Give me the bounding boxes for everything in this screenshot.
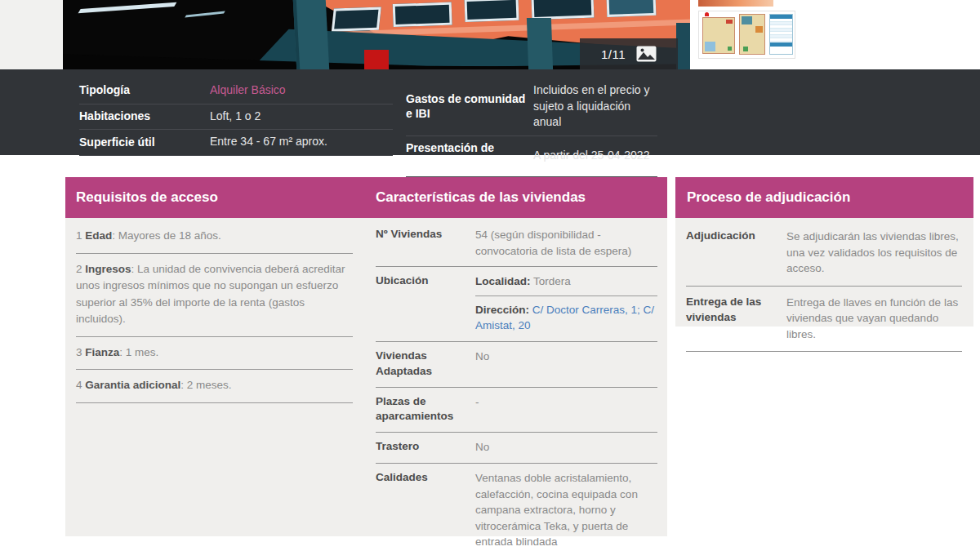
attribute-label: Habitaciones xyxy=(79,109,210,124)
window-reflection-shape xyxy=(185,11,225,17)
requisito-item: 3 Fianza: 1 mes. xyxy=(76,337,353,371)
gallery-thumbnails xyxy=(690,0,980,69)
table-row: Nº Viviendas 54 (según disponibilidad - … xyxy=(376,218,657,267)
requisito-item: 2 Ingresos: La unidad de convivencia deb… xyxy=(76,254,353,337)
card-body: 1 Edad: Mayores de 18 años. 2 Ingresos: … xyxy=(65,218,667,536)
summary-table-right: Gastos de comunidad e IBI Incluidos en e… xyxy=(406,78,657,177)
table-row: Adjudicación Se adjudicarán las vivienda… xyxy=(686,218,962,287)
summary-row-habitaciones: Habitaciones Loft, 1 o 2 xyxy=(79,104,393,131)
property-photo[interactable]: 1/11 xyxy=(63,0,690,69)
caracteristicas-table: Nº Viviendas 54 (según disponibilidad - … xyxy=(376,218,667,536)
summary-row-superficie: Superficie útil Entre 34 - 67 m² aprox. xyxy=(79,130,393,156)
attribute-value: Entre 34 - 67 m² aprox. xyxy=(210,134,393,150)
requisito-item: 4 Garantia adicional: 2 meses. xyxy=(76,370,353,403)
gallery-counter-text: 1/11 xyxy=(601,47,626,61)
tipologia-link[interactable]: Alquiler Básico xyxy=(210,82,393,99)
summary-row-gastos: Gastos de comunidad e IBI Incluidos en e… xyxy=(406,78,657,136)
gallery-counter[interactable]: 1/11 xyxy=(580,38,678,69)
summary-row-solicitudes: Presentación de solicitudes A partir del… xyxy=(406,136,657,177)
floorplan-drawing xyxy=(739,14,765,55)
floorplan-drawing xyxy=(702,17,735,54)
proceso-title: Proceso de adjudicación xyxy=(675,189,850,206)
attribute-value: A partir del 25-04-2022 xyxy=(533,148,657,164)
red-object-shape xyxy=(364,50,389,69)
property-summary-bar: Tipología Alquiler Básico Habitaciones L… xyxy=(0,69,980,155)
image-icon xyxy=(636,46,657,62)
card-header: Proceso de adjudicación xyxy=(675,177,973,218)
attribute-label: Tipología xyxy=(79,82,210,98)
attribute-value: Incluidos en el precio y sujeto a liquid… xyxy=(533,82,657,131)
summary-table-left: Tipología Alquiler Básico Habitaciones L… xyxy=(79,78,393,156)
heart-icon xyxy=(705,12,709,16)
summary-row-tipologia: Tipología Alquiler Básico xyxy=(79,78,393,104)
card-header: Requisitos de acceso Características de … xyxy=(65,177,667,218)
attribute-label: Superficie útil xyxy=(79,135,210,150)
adjudication-card: Proceso de adjudicación Adjudicación Se … xyxy=(675,177,973,327)
table-row-ubicacion: Ubicación Localidad: Tordera Dirección: … xyxy=(376,267,657,342)
property-detail-page: 1/11 xyxy=(0,0,980,551)
sub-divider xyxy=(475,295,657,296)
caracteristicas-title: Características de las viviendas xyxy=(376,189,586,206)
table-row: Calidades Ventanas doble acristalamiento… xyxy=(376,464,657,551)
pillar-shape xyxy=(527,18,553,69)
building-photo-thumbnail[interactable] xyxy=(698,0,773,7)
floorplan-thumbnail[interactable] xyxy=(698,11,795,59)
share-title: Compartir xyxy=(735,153,929,167)
pillar-shape xyxy=(676,23,690,69)
requisitos-title: Requisitos de acceso xyxy=(65,189,376,206)
card-body: Adjudicación Se adjudicarán las vivienda… xyxy=(675,218,973,327)
pillar-shape xyxy=(293,0,329,69)
attribute-label: Gastos de comunidad e IBI xyxy=(406,91,533,122)
requisito-item: 1 Edad: Mayores de 18 años. xyxy=(76,220,353,254)
attribute-label: Presentación de solicitudes xyxy=(406,140,533,171)
floorplan-price-table xyxy=(769,14,793,55)
table-row: Entrega de las viviendas Entrega de llav… xyxy=(686,287,962,353)
table-row: Viviendas Adaptadas No xyxy=(376,342,657,388)
table-row: Trastero No xyxy=(376,433,657,464)
page-left-gutter xyxy=(0,0,63,69)
requirements-and-features-card: Requisitos de acceso Características de … xyxy=(65,177,667,536)
direccion-subrow: Dirección: C/ Doctor Carreras, 1; C/ Ami… xyxy=(475,302,657,334)
attribute-value: Loft, 1 o 2 xyxy=(210,109,393,125)
localidad-subrow: Localidad: Tordera xyxy=(475,273,657,290)
table-row: Plazas de aparcamientos - xyxy=(376,388,657,433)
requisitos-list: 1 Edad: Mayores de 18 años. 2 Ingresos: … xyxy=(65,218,376,536)
window-reflection-shape xyxy=(78,2,177,13)
